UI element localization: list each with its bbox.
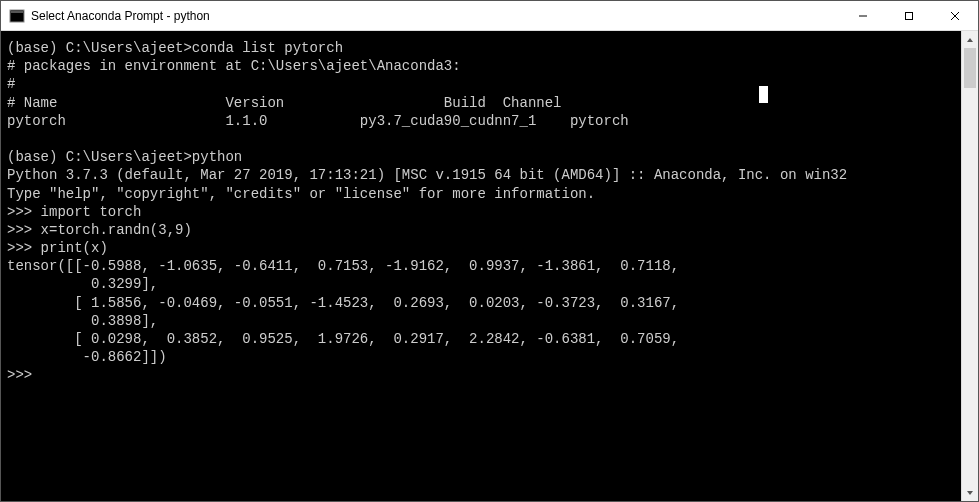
window-title: Select Anaconda Prompt - python [31, 9, 210, 23]
command-text: print(x) [41, 240, 108, 256]
output-text: [ 0.0298, 0.3852, 0.9525, 1.9726, 0.2917… [7, 331, 679, 347]
output-text: tensor([[-0.5988, -1.0635, -0.6411, 0.71… [7, 258, 679, 274]
command-text: x=torch.randn(3,9) [41, 222, 192, 238]
svg-rect-3 [906, 12, 913, 19]
output-text: # [7, 76, 15, 92]
output-text: -0.8662]]) [7, 349, 167, 365]
svg-rect-1 [11, 11, 23, 13]
app-icon [9, 8, 25, 24]
close-button[interactable] [932, 1, 978, 30]
scroll-up-arrow-icon[interactable] [962, 31, 978, 48]
repl-prompt: >>> [7, 204, 41, 220]
command-text: conda list pytorch [192, 40, 343, 56]
maximize-button[interactable] [886, 1, 932, 30]
prompt-text: (base) C:\Users\ajeet> [7, 40, 192, 56]
output-text: # Name Version Build Channel [7, 95, 562, 111]
output-text: Python 3.7.3 (default, Mar 27 2019, 17:1… [7, 167, 847, 183]
window-titlebar: Select Anaconda Prompt - python [1, 1, 978, 31]
text-cursor [759, 86, 768, 103]
output-text: # packages in environment at C:\Users\aj… [7, 58, 461, 74]
repl-prompt: >>> [7, 367, 32, 383]
command-text: python [192, 149, 242, 165]
terminal-container: (base) C:\Users\ajeet>conda list pytorch… [1, 31, 978, 501]
minimize-button[interactable] [840, 1, 886, 30]
output-text: pytorch 1.1.0 py3.7_cuda90_cudnn7_1 pyto… [7, 113, 629, 129]
vertical-scrollbar[interactable] [961, 31, 978, 501]
window-controls [840, 1, 978, 30]
terminal-output[interactable]: (base) C:\Users\ajeet>conda list pytorch… [1, 31, 961, 501]
prompt-text: (base) C:\Users\ajeet> [7, 149, 192, 165]
output-text: 0.3898], [7, 313, 158, 329]
repl-prompt: >>> [7, 222, 41, 238]
svg-marker-7 [967, 491, 973, 495]
command-text: import torch [41, 204, 142, 220]
output-text: Type "help", "copyright", "credits" or "… [7, 186, 595, 202]
output-text: 0.3299], [7, 276, 158, 292]
scroll-thumb[interactable] [964, 48, 976, 88]
scroll-down-arrow-icon[interactable] [962, 484, 978, 501]
svg-marker-6 [967, 38, 973, 42]
repl-prompt: >>> [7, 240, 41, 256]
output-text: [ 1.5856, -0.0469, -0.0551, -1.4523, 0.2… [7, 295, 679, 311]
